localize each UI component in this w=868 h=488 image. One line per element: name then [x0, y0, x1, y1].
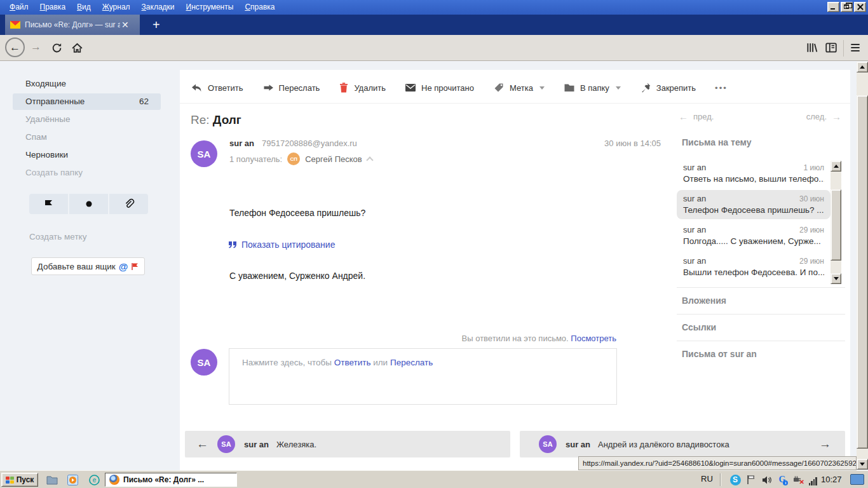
e-app-icon[interactable]: e — [88, 473, 100, 486]
hamburger-menu-icon[interactable] — [849, 41, 862, 57]
label-button[interactable]: Метка — [493, 82, 545, 93]
chevron-down-icon — [539, 86, 545, 90]
sidebar-item-sent[interactable]: Отправленные62 — [0, 93, 173, 111]
reload-button[interactable] — [51, 42, 63, 57]
sidebar-item-spam[interactable]: Спам — [0, 128, 173, 146]
recipients-row[interactable]: 1 получатель: СП Сергей Песков — [229, 152, 372, 165]
browser-tabbar: Письмо «Re: Долг» — sur an — Я ✕ + — [0, 15, 868, 35]
scroll-up-button[interactable] — [857, 62, 868, 72]
home-button[interactable] — [71, 42, 83, 57]
scrollbar-thumb[interactable] — [831, 189, 841, 261]
create-folder-link[interactable]: Создать папку — [0, 164, 173, 182]
chevron-down-icon — [616, 86, 621, 90]
thread-item[interactable]: sur an29 июн Вышли телефон Федосеева. И … — [677, 252, 831, 281]
attachments-filter-button[interactable] — [109, 194, 148, 214]
pin-button[interactable]: Закрепить — [640, 82, 696, 93]
thread-item[interactable]: sur an1 июл Ответь на письмо, вышли теле… — [677, 159, 831, 188]
quick-reply-box[interactable]: Нажмите здесь, чтобы Ответить или Пересл… — [229, 348, 617, 405]
reply-button[interactable]: Ответить — [191, 82, 243, 93]
thread-item-selected[interactable]: sur an30 июн Телефон Федосеева пришлешь?… — [677, 190, 831, 219]
arrow-right-icon: → — [832, 111, 841, 122]
sidebar-item-inbox[interactable]: Входящие — [0, 75, 173, 93]
windows-logo-icon — [6, 477, 14, 484]
tab-title: Письмо «Re: Долг» — sur an — Я — [25, 20, 120, 29]
page-scrollbar[interactable] — [857, 61, 868, 470]
show-quote-link[interactable]: Показать цитирование — [228, 240, 335, 250]
toolbar-divider — [843, 40, 844, 57]
view-reply-link[interactable]: Посмотреть — [571, 334, 616, 343]
section-links[interactable]: Ссылки — [677, 315, 845, 341]
unread-filter-button[interactable] — [69, 194, 108, 214]
back-button[interactable]: ← — [5, 37, 25, 57]
section-from-sender[interactable]: Письма от sur an — [677, 341, 845, 367]
close-button[interactable] — [854, 2, 866, 12]
flagged-filter-button[interactable] — [29, 194, 68, 214]
prev-message-button[interactable]: ←пред. — [679, 111, 714, 122]
network-disconnected-icon[interactable]: ✕ — [792, 474, 803, 485]
language-indicator[interactable]: RU — [701, 474, 713, 484]
volume-icon[interactable] — [761, 474, 773, 485]
close-icon — [857, 4, 864, 10]
section-attachments[interactable]: Вложения — [677, 288, 845, 314]
quick-reply-placeholder: Нажмите здесь, чтобы Ответить или Пересл… — [242, 358, 433, 367]
skype-icon[interactable]: S — [729, 474, 741, 485]
forward-button[interactable]: Переслать — [262, 83, 320, 93]
sidebar-item-drafts[interactable]: Черновики — [0, 146, 173, 164]
more-actions-button[interactable]: ••• — [715, 83, 728, 93]
quick-reply-reply-link[interactable]: Ответить — [334, 358, 371, 367]
next-message-button[interactable]: след.→ — [806, 111, 841, 122]
next-message-bar[interactable]: SA sur an Андрей из далёкого владивосток… — [520, 431, 845, 458]
file-manager-icon[interactable] — [46, 473, 58, 486]
tab-close-icon[interactable]: ✕ — [121, 20, 129, 29]
sidebars-icon[interactable] — [825, 41, 837, 57]
delete-button[interactable]: Удалить — [339, 82, 386, 93]
restore-button[interactable] — [841, 2, 853, 12]
scroll-down-button[interactable] — [831, 273, 841, 284]
start-button[interactable]: Пуск — [1, 473, 38, 487]
menu-tools[interactable]: Инструменты — [180, 0, 240, 15]
user-avatar: SA — [191, 349, 217, 376]
thread-list: sur an1 июл Ответь на письмо, вышли теле… — [677, 159, 831, 283]
scroll-up-button[interactable] — [831, 161, 841, 172]
menu-edit[interactable]: Правка — [34, 0, 72, 15]
browser-menubar: Файл Правка Вид Журнал Закладки Инструме… — [0, 0, 868, 15]
flag-icon[interactable] — [745, 474, 757, 485]
add-mailbox-button[interactable]: Добавьте ваш ящик @ — [31, 257, 145, 275]
sidebar-item-trash[interactable]: Удалённые — [0, 111, 173, 128]
signal-strength-icon[interactable] — [807, 474, 818, 485]
browser-tab[interactable]: Письмо «Re: Долг» — sur an — Я ✕ — [5, 15, 140, 35]
new-tab-button[interactable]: + — [147, 16, 165, 34]
library-icon[interactable] — [806, 41, 818, 57]
sender-email: 79517208886@yandex.ru — [262, 139, 357, 148]
menu-bookmarks[interactable]: Закладки — [136, 0, 180, 15]
media-player-icon[interactable] — [66, 473, 79, 486]
browser-navbar: ← → i https://mail.yandex.ru/?uid=254688… — [0, 35, 868, 61]
prev-message-avatar: SA — [217, 435, 235, 453]
thread-panel-title: Письма на тему — [682, 137, 751, 147]
menu-history[interactable]: Журнал — [97, 0, 136, 15]
prev-message-bar[interactable]: ← SA sur an Железяка. — [185, 431, 510, 458]
minimize-icon — [831, 8, 835, 10]
minimize-button[interactable] — [827, 2, 839, 12]
menu-view[interactable]: Вид — [71, 0, 97, 15]
create-label-link[interactable]: Создать метку — [29, 232, 86, 241]
thread-item[interactable]: sur an29 июн Полгода..... С уважением, С… — [677, 221, 831, 250]
scroll-down-button[interactable] — [857, 459, 868, 470]
taskbar-task-button[interactable]: Письмо «Re: Долг» ... — [105, 473, 237, 487]
tray-info-icon[interactable]: Gi — [776, 474, 788, 485]
filter-icon-group — [29, 194, 148, 214]
menu-help[interactable]: Справка — [239, 0, 280, 15]
folder-list: Входящие Отправленные62 Удалённые Спам Ч… — [0, 75, 173, 182]
move-to-folder-button[interactable]: В папку — [564, 83, 621, 93]
quick-reply-forward-link[interactable]: Переслать — [390, 358, 433, 367]
clock: 10:27 — [821, 475, 842, 484]
forward-button[interactable]: → — [31, 41, 41, 53]
message-toolbar: Ответить Переслать Удалить Не прочитано … — [191, 80, 728, 95]
sender-avatar: SA — [191, 140, 217, 167]
menu-file[interactable]: Файл — [4, 0, 34, 15]
scrollbar-thumb[interactable] — [857, 95, 868, 449]
mark-unread-button[interactable]: Не прочитано — [405, 83, 474, 93]
thread-list-scrollbar[interactable] — [831, 161, 841, 284]
tag-icon — [493, 82, 505, 93]
show-desktop-button[interactable] — [850, 474, 864, 485]
